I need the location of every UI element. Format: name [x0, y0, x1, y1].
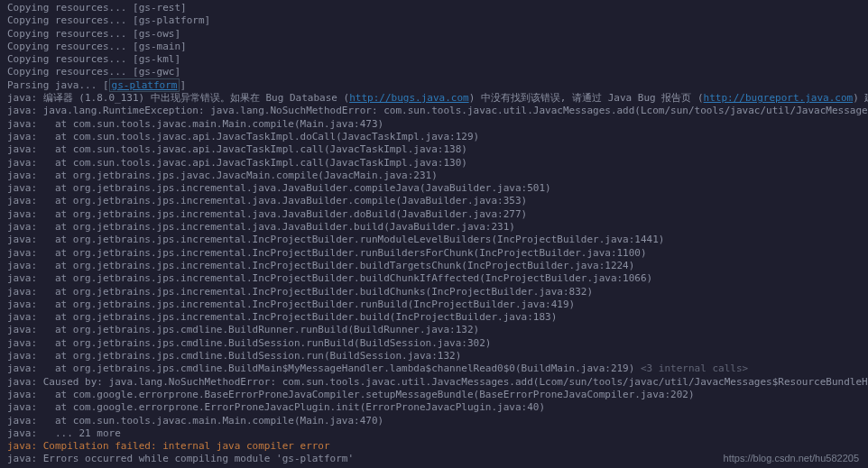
log-text: java: at org.jetbrains.jps.incremental.j…	[7, 208, 527, 220]
log-text: java: at org.jetbrains.jps.cmdline.Build…	[7, 324, 479, 335]
console-line: java: at org.jetbrains.jps.incremental.j…	[7, 208, 861, 221]
console-line: java: at org.jetbrains.jps.incremental.j…	[7, 221, 861, 234]
console-line: java: at org.jetbrains.jps.cmdline.Build…	[7, 324, 861, 336]
console-line: java: at org.jetbrains.jps.cmdline.Build…	[7, 362, 861, 375]
log-text: java: at com.sun.tools.javac.main.Main.c…	[7, 118, 383, 130]
console-line: java: at org.jetbrains.jps.incremental.I…	[7, 247, 861, 260]
log-text: java: at org.jetbrains.jps.incremental.I…	[7, 272, 652, 284]
error-text: java: Compilation failed: internal java …	[7, 440, 330, 452]
log-text: java: at org.jetbrains.jps.incremental.j…	[7, 195, 527, 206]
log-prefix: java: 编译器 (1.8.0_131) 中出现异常错误。如果在 Bug Da…	[7, 92, 349, 104]
log-text: java: at com.google.errorprone.BaseError…	[7, 389, 695, 400]
bugs-java-link[interactable]: http://bugs.java.com	[349, 92, 468, 104]
console-line: Copying resources... [gs-kml]	[7, 53, 861, 66]
log-text: java: at org.jetbrains.jps.cmdline.Build…	[7, 337, 491, 349]
console-line: java: 编译器 (1.8.0_131) 中出现异常错误。如果在 Bug Da…	[7, 92, 861, 105]
console-line: java: at com.sun.tools.javac.main.Main.c…	[7, 415, 861, 427]
log-text: java: at com.sun.tools.javac.api.JavacTa…	[7, 131, 479, 142]
log-text: java: Caused by: java.lang.NoSuchMethodE…	[7, 376, 868, 388]
console-line: java: at org.jetbrains.jps.incremental.j…	[7, 195, 861, 207]
log-text: java: at org.jetbrains.jps.incremental.I…	[7, 234, 664, 245]
console-line: java: at org.jetbrains.jps.cmdline.Build…	[7, 350, 861, 362]
console-line: java: Caused by: java.lang.NoSuchMethodE…	[7, 376, 861, 389]
log-text: java: java.lang.RuntimeException: java.l…	[7, 105, 868, 116]
console-line: java: at com.sun.tools.javac.api.JavacTa…	[7, 143, 861, 156]
log-text: java: at org.jetbrains.jps.incremental.j…	[7, 221, 515, 233]
log-text: java: at org.jetbrains.jps.incremental.j…	[7, 182, 551, 194]
log-text: java: at com.sun.tools.javac.main.Main.c…	[7, 415, 383, 427]
log-text: Copying resources... [gs-main]	[7, 41, 187, 52]
console-line: java: at com.google.errorprone.ErrorPron…	[7, 401, 861, 414]
log-text: java: at org.jetbrains.jps.incremental.I…	[7, 286, 593, 298]
log-text: Copying resources... [gs-kml]	[7, 53, 180, 65]
console-line: java: at org.jetbrains.jps.incremental.j…	[7, 182, 861, 195]
log-text: java: at org.jetbrains.jps.cmdline.Build…	[7, 362, 641, 374]
log-text: Copying resources... [gs-rest]	[7, 2, 187, 14]
log-text: java: at com.sun.tools.javac.api.JavacTa…	[7, 143, 467, 155]
log-text: java: at com.sun.tools.javac.api.JavacTa…	[7, 157, 467, 169]
console-line: java: at com.sun.tools.javac.api.JavacTa…	[7, 131, 861, 143]
console-line: java: at com.google.errorprone.BaseError…	[7, 389, 861, 401]
console-line: java: java.lang.RuntimeException: java.l…	[7, 105, 861, 117]
console-line: Copying resources... [gs-platform]	[7, 14, 861, 27]
build-console-output[interactable]: Copying resources... [gs-rest]Copying re…	[7, 2, 861, 468]
console-line: java: at org.jetbrains.jps.cmdline.Build…	[7, 337, 861, 350]
console-line: Copying resources... [gs-ows]	[7, 28, 861, 41]
log-text: Copying resources... [gs-platform]	[7, 14, 210, 26]
log-text: java: at org.jetbrains.jps.incremental.I…	[7, 298, 575, 310]
log-prefix: Parsing java... [	[7, 79, 109, 91]
console-line: Copying resources... [gs-gwc]	[7, 66, 861, 78]
log-text: java: at org.jetbrains.jps.cmdline.Build…	[7, 350, 461, 362]
console-line: java: ... 21 more	[7, 427, 861, 440]
console-line: java: at org.jetbrains.jps.incremental.I…	[7, 286, 861, 298]
log-suffix: ]	[180, 79, 186, 91]
console-line: java: at org.jetbrains.jps.incremental.I…	[7, 260, 861, 272]
internal-calls-hint: <3 internal calls>	[641, 362, 748, 374]
console-line: Copying resources... [gs-rest]	[7, 2, 861, 14]
watermark-text: https://blog.csdn.net/hu582205	[724, 452, 859, 464]
console-line: java: at org.jetbrains.jps.incremental.I…	[7, 298, 861, 311]
module-link[interactable]: gs-platform	[109, 78, 180, 92]
log-text: java: at org.jetbrains.jps.incremental.I…	[7, 311, 557, 323]
log-text: java: Errors occurred while compiling mo…	[7, 453, 354, 464]
console-line: java: at org.jetbrains.jps.incremental.I…	[7, 234, 861, 246]
log-text: java: at org.jetbrains.jps.incremental.I…	[7, 260, 634, 271]
console-line: java: at org.jetbrains.jps.incremental.I…	[7, 311, 861, 324]
log-text: java: ... 21 more	[7, 427, 121, 439]
log-suffix: ) 建立该 Java 编译器 Bug。请在报告中附上您的程序和以	[853, 92, 868, 104]
log-text: java: at com.google.errorprone.ErrorPron…	[7, 401, 545, 413]
bugreport-java-link[interactable]: http://bugreport.java.com	[704, 92, 854, 104]
log-text: Copying resources... [gs-gwc]	[7, 66, 180, 78]
console-line: Parsing java... [gs-platform]	[7, 79, 861, 92]
log-text: java: at org.jetbrains.jps.javac.JavacMa…	[7, 170, 438, 181]
log-mid: ) 中没有找到该错误, 请通过 Java Bug 报告页 (	[469, 92, 704, 104]
console-line: java: at com.sun.tools.javac.api.JavacTa…	[7, 157, 861, 170]
console-line: java: at com.sun.tools.javac.main.Main.c…	[7, 118, 861, 131]
log-text: Copying resources... [gs-ows]	[7, 28, 180, 40]
log-text: java: at org.jetbrains.jps.incremental.I…	[7, 247, 647, 259]
console-line: Copying resources... [gs-main]	[7, 41, 861, 53]
console-line: java: at org.jetbrains.jps.incremental.I…	[7, 272, 861, 285]
console-line: java: at org.jetbrains.jps.javac.JavacMa…	[7, 170, 861, 182]
